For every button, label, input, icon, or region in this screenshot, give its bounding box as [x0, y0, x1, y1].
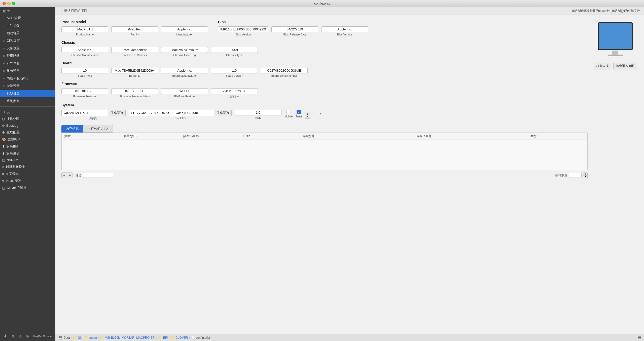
slots-down-button[interactable]: ▼: [583, 175, 587, 178]
board-type-label: Board Type: [78, 74, 92, 77]
fw-efi-input[interactable]: [211, 88, 258, 94]
content-right: 机型查找 检查覆盖范围: [593, 20, 638, 329]
sidebar-item-clover-clone[interactable]: ▢ Clover 克隆器: [0, 184, 55, 191]
imac-illustration: [595, 21, 635, 59]
serial-input[interactable]: [61, 110, 108, 116]
bios-vendor-group: Bios Vendor: [321, 26, 368, 36]
col-serial: 内存序列号: [414, 134, 528, 138]
text-icon: ≡: [2, 172, 4, 176]
sidebar-item-boot-ui[interactable]: ≡ 引导界面: [0, 60, 55, 67]
fw-features-input[interactable]: [61, 88, 108, 94]
path-git: Git: [78, 336, 81, 339]
mem-add-button[interactable]: +: [67, 173, 73, 178]
donate-button[interactable]: PayPal Donate: [32, 334, 53, 339]
mem-remove-button[interactable]: −: [61, 173, 67, 178]
chassis-type-input[interactable]: [211, 47, 258, 53]
fw-mask-group: Firmware Features Mask: [111, 88, 158, 98]
product-name-input[interactable]: [61, 26, 108, 32]
bios-release-input[interactable]: [271, 26, 318, 32]
close-button[interactable]: [3, 2, 6, 5]
fw-platform-input[interactable]: [161, 88, 208, 94]
sidebar-item-gen-config[interactable]: ⚙ 生成配置: [0, 129, 55, 136]
sidebar-item-boot-log[interactable]: ⊙ Boot.log: [0, 122, 55, 129]
slots-input[interactable]: [569, 173, 582, 178]
sidebar-item-install-driver[interactable]: ✱ 安装驱动: [0, 150, 55, 157]
sidebar-item-vars[interactable]: ≡ 变量设置: [0, 82, 55, 90]
sidebar-item-acpi[interactable]: ≡ ACPI设置: [0, 14, 55, 22]
sidebar-item-smbios[interactable]: ≡ 机型设置: [0, 90, 55, 97]
mobile-checkbox[interactable]: [286, 110, 291, 114]
window-controls[interactable]: [3, 2, 15, 5]
grid-icon: ≡: [3, 92, 5, 95]
grid-icon: ≡: [3, 62, 5, 65]
menu-icon[interactable]: ☰: [637, 335, 641, 340]
board-type-input[interactable]: [61, 68, 108, 73]
smbios-search-button[interactable]: 机型查找: [594, 63, 611, 69]
version-input[interactable]: [235, 110, 281, 115]
minimize-button[interactable]: [7, 2, 11, 5]
chassis-manufacturer-input[interactable]: [61, 47, 108, 53]
scroll-stepper[interactable]: ▲ ▼: [305, 112, 310, 119]
fw-mask-input[interactable]: [111, 88, 158, 94]
chassis-asset-group: Chassis Asset Tag: [161, 47, 208, 57]
sidebar-item-boot-bg[interactable]: ≡ 启动背景: [0, 29, 55, 37]
col-model: 内存型号: [300, 134, 414, 138]
path-efi: EFI: [163, 336, 168, 339]
board-manufacturer-input[interactable]: [161, 68, 208, 73]
chassis-location-label: Location In Chassis: [123, 54, 147, 57]
sidebar-item-gpu[interactable]: ≡ 显卡设置: [0, 67, 55, 75]
grid-icon: ≡: [3, 54, 5, 57]
trust-checkbox[interactable]: ✓: [297, 110, 301, 114]
grid-icon: ≡: [3, 69, 5, 72]
channel-select[interactable]: [83, 173, 113, 178]
upload-button[interactable]: ⬆: [10, 333, 16, 339]
sidebar-item-text-mode[interactable]: ≡ 文字模式: [0, 170, 55, 177]
home-button[interactable]: ⌂: [18, 333, 23, 339]
chassis-type-label: Chassis Type: [226, 54, 243, 57]
firmware-fields: Firmware Features Firmware Features Mask…: [61, 88, 588, 99]
smuuid-input[interactable]: [129, 110, 214, 116]
grid-icon: ≡: [3, 32, 5, 35]
gen-smuuid-button[interactable]: 生成新的: [214, 110, 232, 116]
sidebar-item-mount[interactable]: ⬡ 挂载分区: [0, 115, 55, 122]
smbios-coverage-button[interactable]: 检查覆盖范围: [613, 63, 637, 69]
sidebar-item-install-update[interactable]: ⬇ 安装更新: [0, 143, 55, 150]
chassis-asset-input[interactable]: [161, 47, 208, 53]
sidebar-item-kernel-patches[interactable]: ≡ 内核和驱动补丁: [0, 75, 55, 82]
gen-serial-button[interactable]: 生成新的: [108, 110, 126, 116]
firmware-section: Firmware Firmware Features Firmware Feat…: [61, 82, 588, 99]
board-id-input[interactable]: [111, 68, 158, 73]
memory-aapl-tab[interactable]: 内存AAPL注入: [83, 125, 113, 133]
sidebar-item-kexts[interactable]: ✎ Kexts安装: [0, 177, 55, 184]
sidebar-item-cpu[interactable]: ≡ CPU设置: [0, 37, 55, 45]
sidebar-item-hex-convert[interactable]: ○ 16进制转换器: [0, 163, 55, 170]
manufacturer-input[interactable]: [161, 26, 208, 32]
family-input[interactable]: [111, 26, 158, 32]
save-button[interactable]: ⬇: [3, 333, 8, 339]
channel-group: 通道: [76, 173, 113, 178]
folder-icon-1: 📁: [73, 336, 77, 339]
sidebar-item-sys-params[interactable]: ≡ 系统参数: [0, 97, 55, 105]
share-button[interactable]: ⎋: [25, 333, 30, 339]
board-serial-input[interactable]: [261, 68, 308, 73]
window-title: config.plist: [314, 2, 330, 5]
slots-up-button[interactable]: ▲: [583, 173, 587, 175]
chassis-location-input[interactable]: [111, 47, 158, 53]
memory-section: 内存信息 内存AAPL注入 插槽* 容量*(MB) 频率*(MHz) 厂商* 内…: [61, 125, 588, 180]
sidebar-item-theme-edit[interactable]: 🎨 主题编辑: [0, 136, 55, 143]
sidebar-item-boot-params[interactable]: ≡ 引导参数: [0, 22, 55, 29]
sidebar-item-nvram[interactable]: ▢ NVRAM: [0, 157, 55, 163]
topbar-label: 默认启用的项目: [64, 9, 87, 13]
mobile-group: Mobile: [284, 110, 293, 118]
bios-version-input[interactable]: [218, 26, 268, 32]
board-version-input[interactable]: [211, 68, 258, 73]
sidebar-item-disabled-drivers[interactable]: ≡ 禁用驱动: [0, 52, 55, 60]
memory-info-tab[interactable]: 内存信息: [61, 125, 83, 133]
maximize-button[interactable]: [12, 2, 15, 5]
bios-vendor-input[interactable]: [321, 26, 368, 32]
sidebar-item-devices[interactable]: ≡ 设备设置: [0, 45, 55, 52]
content-left: Product Model Product Name Family: [61, 20, 588, 329]
mobile-label: Mobile: [284, 115, 293, 118]
product-model-section: Product Model Product Name Family: [61, 20, 208, 36]
board-serial-group: Board Serial Number: [261, 68, 308, 77]
